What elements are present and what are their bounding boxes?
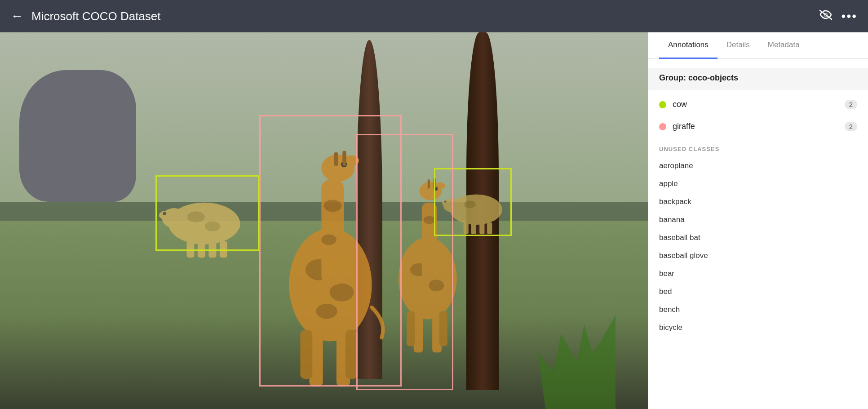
svg-rect-16 [345,330,358,379]
svg-point-6 [323,200,341,212]
group-header: Group: coco-objects [648,68,868,90]
scene-rock [19,70,136,202]
tab-details[interactable]: Details [717,32,759,59]
svg-point-34 [163,212,166,215]
class-count-giraffe: 2 [845,122,857,131]
unused-item-bench[interactable]: bench [648,301,868,319]
svg-rect-39 [208,241,216,258]
unused-item-apple[interactable]: apple [648,175,868,193]
svg-rect-12 [342,151,346,166]
back-button[interactable]: ← [11,10,23,22]
svg-point-45 [464,201,476,209]
svg-rect-46 [464,222,469,234]
giraffe2-image [369,108,486,379]
svg-rect-27 [414,315,423,352]
panel-body: Group: coco-objects cow 2 giraffe 2 UNUS… [648,59,868,409]
svg-rect-5 [321,179,344,285]
unused-item-bicycle[interactable]: bicycle [648,319,868,337]
class-row-giraffe[interactable]: giraffe 2 [648,116,868,138]
cow1-image [149,179,259,262]
svg-rect-47 [471,222,476,234]
tab-annotations[interactable]: Annotations [659,32,717,59]
svg-rect-48 [479,222,484,234]
svg-rect-25 [428,179,430,189]
class-name-cow: cow [673,100,845,109]
unused-item-backpack[interactable]: backpack [648,193,868,211]
class-row-cow[interactable]: cow 2 [648,93,868,116]
unused-item-aeroplane[interactable]: aeroplane [648,157,868,175]
svg-point-19 [429,280,444,291]
main-content: Annotations Details Metadata Group: coco… [0,32,868,409]
class-count-cow: 2 [845,100,857,109]
right-panel: Annotations Details Metadata Group: coco… [648,32,868,409]
header: ← Microsoft COCO Dataset ••• [0,0,868,32]
image-area [0,32,648,409]
class-dot-cow [659,101,666,108]
svg-point-36 [204,221,220,231]
unused-item-baseball-bat[interactable]: baseball bat [648,229,868,247]
unused-item-bear[interactable]: bear [648,265,868,283]
svg-rect-37 [186,241,194,258]
tabs-bar: Annotations Details Metadata [648,32,868,59]
class-name-giraffe: giraffe [673,122,845,131]
svg-point-4 [316,303,337,319]
tab-metadata[interactable]: Metadata [759,32,809,59]
svg-rect-29 [407,311,415,346]
svg-rect-15 [300,330,312,379]
unused-section-header: UNUSED CLASSES [648,138,868,157]
svg-rect-40 [220,241,227,258]
more-options-icon[interactable]: ••• [841,9,857,23]
unused-item-baseball-glove[interactable]: baseball glove [648,247,868,265]
svg-point-35 [187,211,204,222]
svg-point-21 [424,216,435,224]
hide-annotations-icon[interactable] [819,9,833,23]
image-scene [0,32,648,409]
svg-rect-38 [198,241,205,258]
svg-point-43 [442,200,451,206]
svg-rect-30 [439,311,447,346]
header-icons: ••• [819,9,857,23]
svg-point-44 [444,200,447,203]
svg-point-7 [321,234,337,245]
svg-point-33 [159,211,172,220]
unused-item-bed[interactable]: bed [648,283,868,301]
svg-rect-49 [487,222,492,234]
svg-rect-11 [334,152,338,165]
svg-point-3 [330,283,354,301]
class-dot-giraffe [659,123,666,130]
unused-item-banana[interactable]: banana [648,211,868,229]
page-title: Microsoft COCO Dataset [31,9,819,23]
cow2-image [434,172,518,243]
